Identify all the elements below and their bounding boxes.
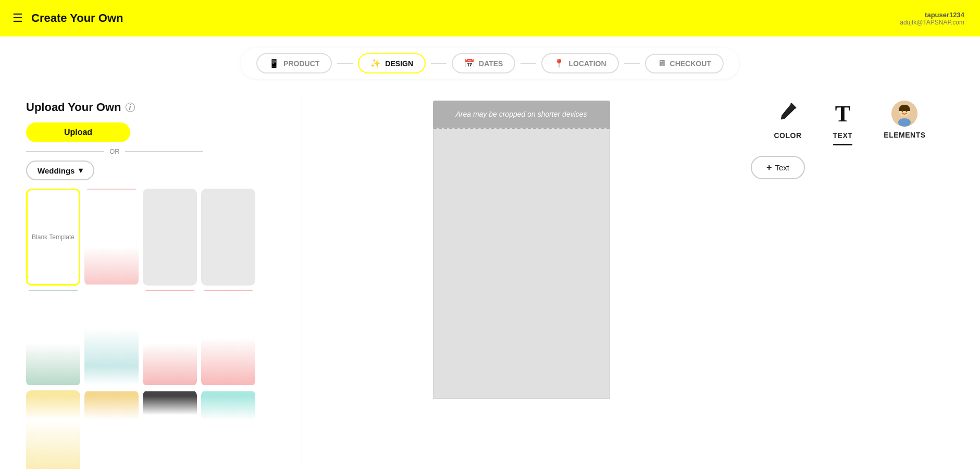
add-text-button[interactable]: + Text [751,156,805,179]
header: ☰ Create Your Own tapuser1234 adujfk@TAP… [0,0,980,36]
nav-step-product[interactable]: 📱 PRODUCT [256,53,332,73]
template-curtain[interactable] [84,390,139,469]
dashed-separator [433,128,610,129]
category-dropdown[interactable]: Weddings ▾ [26,161,94,180]
nav-steps-wrapper: 📱 PRODUCT ✨ DESIGN 📅 DATES 📍 LOCATION 🖥 … [0,36,980,90]
upload-button[interactable]: Upload [26,122,130,142]
header-title: Create Your Own [31,11,123,25]
tool-text[interactable]: T TEXT [833,101,853,145]
menu-icon[interactable]: ☰ [13,11,23,25]
design-icon: ✨ [370,58,381,68]
text-icon: T [835,101,850,127]
template-blank[interactable]: Blank Template [26,189,80,286]
nav-step-location[interactable]: 📍 LOCATION [541,53,618,73]
template-pink-bow[interactable] [143,290,197,387]
dropdown-chevron-icon: ▾ [79,166,83,175]
nav-step-design[interactable]: ✨ DESIGN [358,53,426,73]
svg-point-3 [902,110,903,112]
nav-step-dates-label: DATES [479,59,503,68]
user-name: tapuser1234 [925,11,964,19]
template-pink-floral[interactable] [84,189,139,286]
tool-color[interactable]: COLOR [774,101,801,140]
elements-label: ELEMENTS [884,131,925,139]
svg-point-2 [898,118,911,127]
main-content: Upload Your Own i Upload OR Weddings ▾ B… [0,90,980,469]
template-grid: Blank Template [26,189,255,469]
avatar-icon [891,101,917,127]
color-label: COLOR [774,131,801,140]
tool-elements[interactable]: ELEMENTS [884,101,925,139]
nav-connector-3 [520,63,536,64]
template-light-2[interactable] [201,189,255,286]
info-icon[interactable]: i [126,103,135,112]
nav-steps: 📱 PRODUCT ✨ DESIGN 📅 DATES 📍 LOCATION 🖥 … [241,48,739,79]
left-panel: Upload Your Own i Upload OR Weddings ▾ B… [21,95,302,469]
template-gold[interactable] [26,390,80,469]
nav-connector-1 [337,63,353,64]
nav-step-location-label: LOCATION [568,59,606,68]
product-icon: 📱 [269,58,279,68]
right-panel: COLOR T TEXT [740,95,959,469]
tools-row: COLOR T TEXT [751,101,949,145]
nav-step-checkout-label: CHECKOUT [670,59,711,68]
user-info[interactable]: tapuser1234 adujfk@TAPSNAP.com [900,11,964,26]
nav-connector-2 [431,63,446,64]
upload-title: Upload Your Own i [26,101,291,114]
nav-step-product-label: PRODUCT [283,59,319,68]
nav-step-design-label: DESIGN [385,59,413,68]
svg-point-4 [906,110,908,112]
nav-step-dates[interactable]: 📅 DATES [452,53,515,73]
template-teal-1[interactable] [201,390,255,469]
preview-container: Area may be cropped on shorter devices [433,101,610,399]
template-floral-pink[interactable] [201,290,255,387]
location-icon: 📍 [554,58,564,68]
template-diamond[interactable] [84,290,139,387]
template-dark-wreath[interactable] [143,390,197,469]
text-underline [833,144,853,145]
crop-notice: Area may be cropped on shorter devices [433,101,610,128]
color-icon [777,101,799,127]
template-light-1[interactable] [143,189,197,286]
text-label: TEXT [833,131,853,140]
phone-preview [433,128,610,399]
nav-step-checkout[interactable]: 🖥 CHECKOUT [645,54,724,73]
template-floral-green[interactable] [26,290,80,387]
nav-connector-4 [624,63,640,64]
dates-icon: 📅 [464,58,475,68]
checkout-icon: 🖥 [658,59,666,68]
center-panel: Area may be cropped on shorter devices [302,95,740,469]
or-divider: OR [26,147,203,155]
user-email: adujfk@TAPSNAP.com [900,19,964,26]
plus-icon: + [766,162,772,173]
